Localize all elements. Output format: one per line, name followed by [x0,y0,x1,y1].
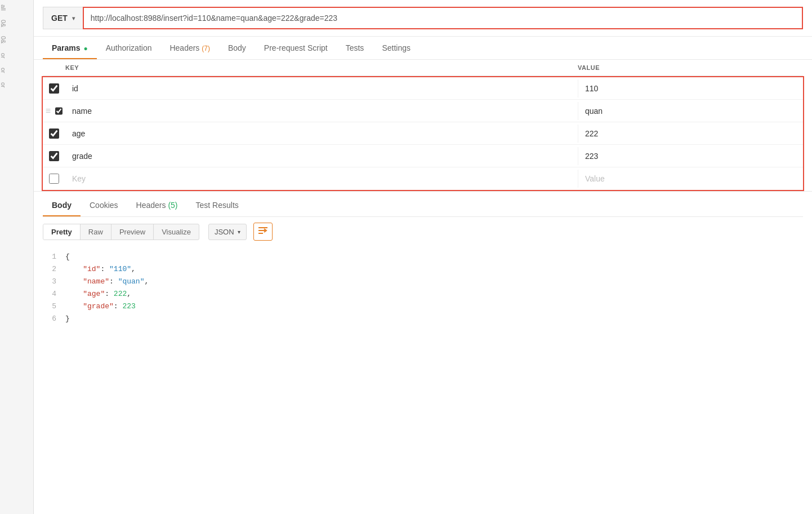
table-row: age 222 [43,122,803,145]
col-value-header: VALUE [578,64,803,71]
code-line-4: 4 "age": 222, [43,288,803,300]
tab-test-results-label: Test Results [196,201,239,210]
code-line-3: 3 "name": "quan", [43,276,803,288]
tab-settings-label: Settings [382,43,411,52]
tab-response-headers[interactable]: Headers (5) [127,194,187,216]
param-checkbox-cell-3 [43,124,65,143]
param-value-name: quan [578,102,803,120]
json-type-label: JSON [215,228,234,236]
tab-response-body-label: Body [52,201,72,210]
param-checkbox-cell-1 [43,79,65,98]
table-row-new: Key Value [43,167,803,190]
param-checkbox-5[interactable] [49,174,59,184]
response-tab-nav: Body Cookies Headers (5) Test Results [43,194,803,217]
main-container: all 0& 0& or or or GET ▾ Params ● Author… [0,0,812,514]
tab-test-results[interactable]: Test Results [187,194,248,216]
sidebar-all-label: all [0,0,7,15]
format-tab-raw[interactable]: Raw [81,224,111,240]
tab-pre-request-label: Pre-request Script [264,43,328,52]
sidebar-item-1: 0& [0,15,7,32]
param-checkbox-cell-5 [43,169,65,188]
tab-body-label: Body [228,43,246,52]
tab-headers[interactable]: Headers (7) [160,37,218,59]
param-key-name: name [65,102,578,120]
line-num-6: 6 [43,313,65,325]
url-input[interactable] [83,7,803,29]
format-tab-visualize[interactable]: Visualize [154,224,199,240]
params-rows-container: id 110 ≡ name quan age [42,76,804,191]
param-checkbox-1[interactable] [49,83,59,94]
tab-pre-request[interactable]: Pre-request Script [255,37,337,59]
tab-cookies-label: Cookies [90,201,118,210]
tab-authorization-label: Authorization [106,43,152,52]
json-type-selector[interactable]: JSON ▾ [208,224,247,240]
sidebar-item-2: 0& [0,32,7,48]
line-num-5: 5 [43,300,65,313]
tab-settings[interactable]: Settings [373,37,420,59]
url-bar-container: GET ▾ [34,0,812,37]
format-tab-visualize-label: Visualize [162,228,191,236]
code-content-4: "age": 222, [65,288,803,300]
content-area: GET ▾ Params ● Authorization Headers (7)… [34,0,812,514]
method-selector[interactable]: GET ▾ [43,7,83,29]
sidebar-item-5: or [0,78,7,92]
sidebar-item-4: or [0,63,7,78]
code-content-1: { [65,251,803,263]
tab-tests-label: Tests [346,43,364,52]
param-value-grade: 223 [578,147,803,165]
code-line-1: 1 { [43,251,803,263]
method-chevron-icon: ▾ [72,15,75,21]
param-key-id: id [65,79,578,98]
response-toolbar: Pretty Raw Preview Visualize JSON ▾ [43,217,803,246]
tab-params-badge: ● [83,45,87,52]
tab-body[interactable]: Body [219,37,255,59]
format-tab-preview-label: Preview [119,228,145,236]
tab-params[interactable]: Params ● [43,37,97,59]
line-num-3: 3 [43,276,65,288]
param-checkbox-4[interactable] [49,151,59,161]
tab-headers-count: (7) [202,45,210,52]
json-type-chevron-icon: ▾ [238,229,240,235]
tab-headers-label: Headers [169,43,199,52]
param-value-placeholder: Value [578,170,803,188]
tab-cookies[interactable]: Cookies [81,194,127,216]
format-tabs: Pretty Raw Preview Visualize [43,224,199,240]
table-row: id 110 [43,77,803,100]
code-line-5: 5 "grade": 223 [43,300,803,313]
param-key-placeholder: Key [65,170,578,188]
tab-authorization[interactable]: Authorization [97,37,161,59]
code-line-6: 6 } [43,313,803,325]
wrap-button[interactable] [253,223,273,241]
table-row: grade 223 [43,145,803,167]
response-section: Body Cookies Headers (5) Test Results Pr… [34,192,812,330]
param-value-id: 110 [578,79,803,98]
method-label: GET [51,14,68,23]
wrap-icon [257,225,269,238]
param-checkbox-cell-4 [43,147,65,166]
code-content-2: "id": "110", [65,263,803,276]
tab-response-body[interactable]: Body [43,194,81,216]
table-row: ≡ name quan [43,100,803,122]
code-content-3: "name": "quan", [65,276,803,288]
params-table-header: KEY VALUE [43,60,803,76]
code-line-2: 2 "id": "110", [43,263,803,276]
sidebar-item-3: or [0,48,7,63]
param-checkbox-2[interactable] [55,106,63,116]
col-key-header: KEY [43,64,578,71]
format-tab-raw-label: Raw [88,228,103,236]
left-sidebar: all 0& 0& or or or [0,0,34,514]
tab-params-label: Params [52,43,81,52]
request-tab-nav: Params ● Authorization Headers (7) Body … [34,37,812,60]
param-checkbox-3[interactable] [49,128,59,139]
format-tab-pretty[interactable]: Pretty [43,224,81,240]
param-checkbox-cell-2: ≡ [43,101,65,121]
format-tab-preview[interactable]: Preview [111,224,154,240]
line-num-4: 4 [43,288,65,300]
code-content-6: } [65,313,803,325]
tab-tests[interactable]: Tests [337,37,373,59]
code-view: 1 { 2 "id": "110", 3 "name": "quan", [43,246,803,330]
line-num-1: 1 [43,251,65,263]
drag-handle-icon: ≡ [46,106,51,116]
param-key-age: age [65,125,578,143]
format-tab-pretty-label: Pretty [51,228,72,236]
